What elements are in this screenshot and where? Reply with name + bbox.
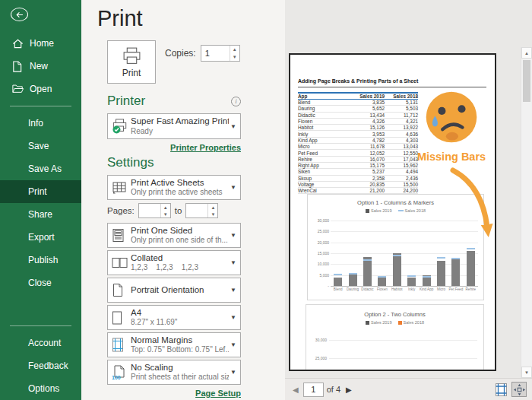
copies-input[interactable]: [201, 46, 230, 61]
cell-app: Habitot: [298, 125, 351, 130]
bar-sales-2019: [349, 274, 357, 286]
chevron-down-icon: ▼: [229, 369, 238, 376]
cell-2018: 2,436: [385, 176, 418, 181]
one-sided-icon: [112, 228, 131, 243]
cell-2018: 15,962: [385, 163, 418, 168]
zoom-to-page-toggle[interactable]: [511, 382, 527, 397]
cell-app: Rehire: [298, 157, 351, 162]
cell-app: Micro: [298, 144, 351, 149]
scroll-up-icon[interactable]: ▲: [521, 47, 532, 59]
marker-sales-2018: [378, 276, 386, 278]
y-tick-label: 5,000: [309, 273, 329, 278]
sidebar-item-home[interactable]: Home: [0, 32, 81, 55]
sidebar-item-label: Home: [30, 38, 54, 49]
dropdown-text: No ScalingPrint sheets at their actual s…: [131, 363, 229, 383]
printer-info-icon[interactable]: i: [231, 97, 241, 106]
cell-app: Didactic: [298, 113, 351, 118]
copies-stepper[interactable]: ▲▼: [201, 45, 240, 62]
active-sheets-icon: [112, 181, 131, 195]
cell-2019: 3,953: [351, 132, 385, 137]
settings-dropdown-collated[interactable]: Collated1,2,3 1,2,3 1,2,3▼: [107, 250, 241, 275]
y-tick-label: 20,000: [309, 240, 329, 245]
legend-swatch-sales2018: [398, 210, 404, 211]
sheet-title-rule: [298, 87, 486, 87]
sidebar-item-export[interactable]: Export: [0, 226, 81, 249]
sidebar-item-open[interactable]: Open: [0, 78, 81, 100]
preview-scrollbar[interactable]: ▲ ▼: [521, 47, 532, 378]
cell-app: Skoup: [298, 176, 351, 181]
printer-name: Super Fast Amazing Printer: [131, 116, 229, 127]
cell-2018: 15,500: [385, 182, 418, 187]
previous-page-icon[interactable]: ◀: [290, 386, 301, 394]
bar-sales-2019: [467, 251, 475, 286]
new-doc-icon: [12, 61, 24, 72]
cell-2018: 4,321: [385, 119, 418, 124]
page-setup-link[interactable]: Page Setup: [107, 389, 241, 398]
marker-sales-2018: [349, 273, 357, 275]
portrait-icon: [112, 283, 131, 297]
settings-dropdown-print-one-sided[interactable]: Print One SidedOnly print on one side of…: [107, 223, 241, 248]
sidebar-item-options[interactable]: Options: [0, 377, 81, 400]
pages-from-stepper[interactable]: ▲▼: [138, 203, 171, 218]
cell-2019: 2,358: [351, 176, 385, 181]
cell-app: Inkly: [298, 132, 351, 137]
settings-dropdown-a4[interactable]: A48.27" x 11.69"▼: [107, 305, 241, 330]
marker-sales-2018: [407, 275, 416, 277]
table-header-row: AppSales 2019Sales 2018: [298, 92, 418, 100]
cell-2018: 4,636: [385, 132, 418, 137]
settings-dropdown-normal-margins[interactable]: Normal MarginsTop: 0.75" Bottom: 0.75" L…: [107, 332, 241, 357]
dropdown-sublabel: Only print on one side of th...: [131, 236, 229, 245]
copies-label: Copies:: [165, 48, 196, 59]
pages-to-label: to: [175, 206, 182, 215]
next-page-icon[interactable]: ▶: [344, 386, 354, 394]
table-row: Siken5,2374,494: [298, 169, 418, 175]
table-header-sales-2018: Sales 2018: [385, 94, 418, 99]
page-number-input[interactable]: [303, 383, 324, 397]
pages-to-input[interactable]: [186, 204, 207, 217]
marker-sales-2018: [451, 258, 460, 259]
settings-dropdown-portrait-orientation[interactable]: Portrait Orientation▼: [107, 278, 241, 303]
cell-app: Dauring: [298, 106, 351, 111]
settings-section-heading: Settings: [107, 155, 154, 170]
dropdown-text: Print Active SheetsOnly print the active…: [131, 178, 229, 198]
table-row: Floxen4,3264,321: [298, 119, 418, 125]
printer-icon: [122, 46, 142, 65]
preview-bottom-bar: ◀ of 4 ▶: [285, 378, 532, 400]
copies-spin-arrows[interactable]: ▲▼: [230, 46, 239, 61]
printer-properties-link[interactable]: Printer Properties: [107, 143, 241, 152]
cell-2019: 12,052: [351, 151, 385, 156]
sidebar-item-info[interactable]: Info: [0, 112, 81, 135]
chart2-title: Option 2 - Two Columns: [306, 311, 483, 318]
printer-select-dropdown[interactable]: Super Fast Amazing Printer Ready ▼: [107, 113, 241, 139]
sidebar-item-publish[interactable]: Publish: [0, 249, 81, 271]
chevron-down-icon: ▼: [229, 314, 238, 321]
chart1-title: Option 1 - Columns & Markers: [308, 199, 483, 206]
sidebar-item-feedback[interactable]: Feedback: [0, 354, 81, 377]
print-button[interactable]: Print: [107, 40, 156, 84]
pages-from-input[interactable]: [139, 204, 160, 217]
sidebar-item-new[interactable]: New: [0, 55, 81, 78]
scrollbar-thumb[interactable]: [523, 60, 530, 102]
settings-dropdown-print-active-sheets[interactable]: Print Active SheetsOnly print the active…: [107, 175, 241, 200]
zoom-to-page-icon: [514, 384, 525, 395]
legend-swatch-2019: [366, 321, 369, 325]
sidebar-item-save-as[interactable]: Save As: [0, 157, 81, 180]
show-margins-toggle[interactable]: [493, 382, 508, 397]
cell-2019: 15,175: [351, 163, 385, 168]
back-button[interactable]: [11, 8, 28, 21]
bar-sales-2019: [451, 259, 460, 286]
sidebar-item-save[interactable]: Save: [0, 135, 81, 157]
sidebar-item-print[interactable]: Print: [0, 180, 81, 203]
bar-sales-2019: [393, 253, 401, 286]
chevron-down-icon: ▼: [229, 259, 238, 266]
scroll-down-icon[interactable]: ▼: [521, 367, 532, 378]
cell-2019: 16,070: [351, 157, 385, 162]
settings-dropdown-no-scaling[interactable]: 100No ScalingPrint sheets at their actua…: [107, 360, 241, 385]
sidebar-item-close[interactable]: Close: [0, 271, 81, 294]
sidebar-item-account[interactable]: Account: [0, 332, 81, 354]
cell-2019: 4,782: [351, 138, 385, 143]
cell-2019: 15,126: [351, 125, 385, 130]
sidebar-item-share[interactable]: Share: [0, 203, 81, 226]
pages-to-stepper[interactable]: ▲▼: [185, 203, 218, 218]
gridline: [329, 358, 477, 359]
